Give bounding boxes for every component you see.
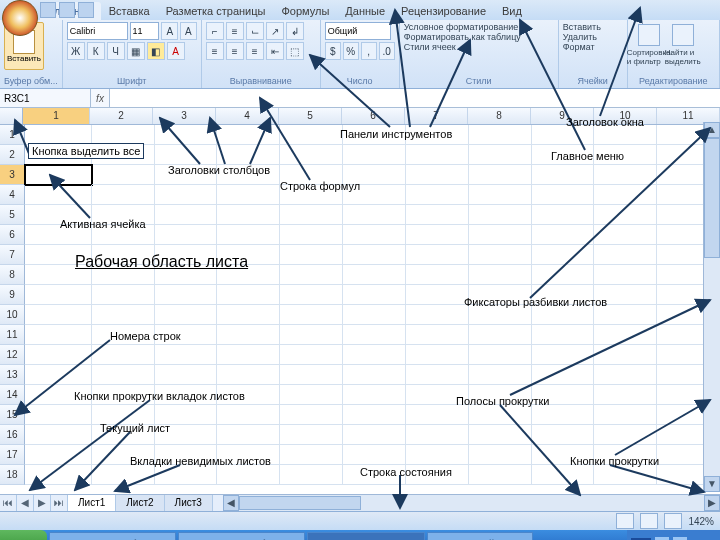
tab-prev-icon[interactable]: ◀ [17,495,34,511]
cell[interactable] [155,205,218,225]
cell[interactable] [469,425,532,445]
cell[interactable] [594,205,657,225]
cell[interactable] [532,245,595,265]
cell[interactable] [343,205,406,225]
bold-button[interactable]: Ж [67,42,85,60]
cell[interactable] [532,165,595,185]
align-left-icon[interactable]: ≡ [206,42,224,60]
cell[interactable] [406,145,469,165]
cell[interactable] [406,165,469,185]
cell[interactable] [280,405,343,425]
col-header[interactable]: 9 [531,108,594,124]
cell[interactable] [25,185,92,205]
cell[interactable] [469,265,532,285]
row-header[interactable]: 9 [0,285,25,305]
col-header[interactable]: 4 [216,108,279,124]
cell[interactable] [92,425,155,445]
cell[interactable] [532,325,595,345]
shrink-font-icon[interactable]: A [180,22,197,40]
cell[interactable] [406,265,469,285]
align-right-icon[interactable]: ≡ [246,42,264,60]
cell[interactable] [469,305,532,325]
qat-undo-icon[interactable] [59,2,75,18]
cell[interactable] [25,385,92,405]
cell[interactable] [217,465,280,485]
row-header[interactable]: 17 [0,445,25,465]
cell[interactable] [92,165,155,185]
scroll-thumb[interactable] [704,138,720,258]
cell[interactable] [532,345,595,365]
tab-view[interactable]: Вид [494,2,530,20]
cell[interactable] [343,145,406,165]
qat-redo-icon[interactable] [78,2,94,18]
comma-icon[interactable]: , [361,42,377,60]
scroll-thumb[interactable] [239,496,361,510]
cell[interactable] [280,385,343,405]
row-header[interactable]: 6 [0,225,25,245]
cell[interactable] [532,285,595,305]
cell[interactable] [92,205,155,225]
cell[interactable] [92,465,155,485]
cell[interactable] [280,305,343,325]
cell[interactable] [25,445,92,465]
row-header[interactable]: 1 [0,125,25,145]
cell[interactable] [406,205,469,225]
cell[interactable] [343,425,406,445]
cell[interactable] [217,165,280,185]
tab-last-icon[interactable]: ⏭ [51,495,68,511]
tab-formulas[interactable]: Формулы [273,2,337,20]
cell[interactable] [280,185,343,205]
col-header[interactable]: 1 [23,108,90,124]
cell[interactable] [25,465,92,485]
cell[interactable] [532,465,595,485]
cell[interactable] [280,285,343,305]
number-format[interactable]: Общий [325,22,391,40]
insert-cells-button[interactable]: Вставить [563,22,623,32]
cell[interactable] [25,405,92,425]
scroll-right-icon[interactable]: ▶ [704,495,720,511]
cell[interactable] [280,145,343,165]
tab-next-icon[interactable]: ▶ [34,495,51,511]
cell[interactable] [25,245,92,265]
view-break-icon[interactable] [664,513,682,529]
border-icon[interactable]: ▦ [127,42,145,60]
cell[interactable] [25,205,92,225]
cell[interactable] [343,465,406,485]
cell[interactable] [92,445,155,465]
cell[interactable] [469,285,532,305]
row-header[interactable]: 11 [0,325,25,345]
cell[interactable] [406,325,469,345]
cell[interactable] [532,425,595,445]
cell[interactable] [217,245,280,265]
cell[interactable] [217,425,280,445]
cell[interactable] [155,345,218,365]
cell[interactable] [155,365,218,385]
cell[interactable] [25,325,92,345]
cell[interactable] [532,185,595,205]
col-header[interactable]: 5 [279,108,342,124]
indent-dec-icon[interactable]: ⇤ [266,42,284,60]
cond-format-button[interactable]: Условное форматирование [404,22,554,32]
cell[interactable] [594,465,657,485]
cell[interactable] [92,145,155,165]
cell[interactable] [343,245,406,265]
cell[interactable] [92,265,155,285]
cell[interactable] [217,225,280,245]
cell[interactable] [92,365,155,385]
cell[interactable] [469,165,532,185]
row-header[interactable]: 15 [0,405,25,425]
cell[interactable] [217,305,280,325]
cell[interactable] [343,125,406,145]
row-header[interactable]: 8 [0,265,25,285]
align-center-icon[interactable]: ≡ [226,42,244,60]
cell[interactable] [406,425,469,445]
cell[interactable] [217,325,280,345]
row-header[interactable]: 4 [0,185,25,205]
cell[interactable] [217,125,280,145]
cell[interactable] [280,125,343,145]
cell[interactable] [280,365,343,385]
cell[interactable] [594,265,657,285]
select-all-corner[interactable] [0,108,23,124]
tab-review[interactable]: Рецензирование [393,2,494,20]
cell[interactable] [594,425,657,445]
